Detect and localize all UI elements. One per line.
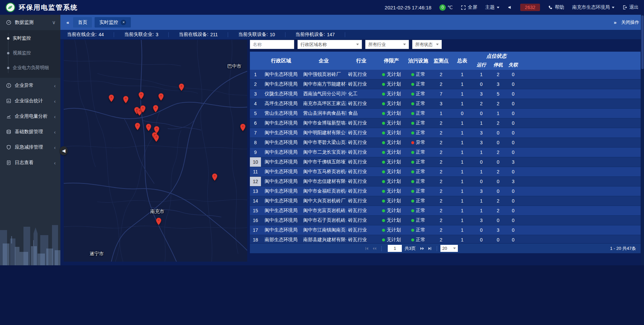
- status-dot-green: [382, 161, 385, 164]
- map-pin-icon[interactable]: [212, 173, 218, 181]
- table-row[interactable]: 13阆中生态环境局阆中市金福旺页岩机砖砖瓦行业无计划正常21300: [250, 186, 641, 196]
- table-row[interactable]: 3仪陇生态环境局西南油气田分公司川中化工无计划正常71350: [250, 89, 641, 99]
- table-row[interactable]: 6阆中生态环境局阆中市金博瑞新型墙材砖瓦行业无计划正常21120: [250, 118, 641, 128]
- map-pin-icon[interactable]: [135, 122, 140, 130]
- map-pin-icon[interactable]: [154, 134, 159, 142]
- table-row[interactable]: 12阆中生态环境局阆中市忠信建材有限公砖瓦行业无计划正常21003: [250, 177, 641, 186]
- sidebar: 数据监测∨实时监控视频监控企业电力负荷明细企业异常‹企业综合统计‹企业用电量分析…: [0, 15, 60, 265]
- row-index: 1: [250, 70, 261, 79]
- table-row[interactable]: 11阆中生态环境局阆中市五马桥页岩机砖砖瓦行业无计划正常21120: [250, 167, 641, 177]
- table-row[interactable]: 8阆中生态环境局阆中市枣碧大梁山页岩砖瓦行业无计划异常21300: [250, 138, 641, 148]
- close-operations-button[interactable]: 关闭操作: [621, 19, 639, 25]
- tab[interactable]: 首页: [73, 17, 92, 28]
- map-pin-icon[interactable]: [146, 123, 152, 131]
- close-icon[interactable]: ×: [121, 20, 126, 25]
- sidebar-group[interactable]: 日志查看‹: [0, 155, 60, 170]
- scrollbar-thumb[interactable]: [641, 15, 644, 69]
- page-size-select[interactable]: 20: [440, 245, 458, 252]
- cell-limit-status: 无计划: [376, 138, 407, 147]
- sidebar-item[interactable]: 实时监控: [0, 31, 60, 46]
- fullscreen-button[interactable]: 全屏: [461, 4, 477, 10]
- table-row[interactable]: 1阆中生态环境局阆中强锐页岩砖厂砖瓦行业无计划正常21120: [250, 70, 641, 79]
- region-select[interactable]: 行政区域名称: [298, 40, 362, 49]
- cell-running: 1: [472, 70, 490, 79]
- cell-industry: 砖瓦行业: [346, 118, 376, 128]
- cell-total-meters: 1: [452, 89, 472, 99]
- status-dot-green: [411, 161, 414, 164]
- sidebar-collapse-button[interactable]: ◀: [60, 146, 68, 155]
- cell-offline: 0: [506, 128, 521, 138]
- table-row[interactable]: 10阆中生态环境局阆中市千佛镇五郎垭页岩砖瓦行业无计划正常21003: [250, 157, 641, 167]
- industry-select[interactable]: 所有行业: [365, 40, 409, 49]
- tabs-scroll-right-button[interactable]: »: [612, 19, 618, 25]
- cell-offline: 0: [506, 99, 521, 108]
- cell-company: 阆中市金博瑞新型墙材: [301, 118, 346, 128]
- cell-total-meters: 1: [452, 196, 472, 206]
- last-page-button[interactable]: [426, 245, 433, 252]
- logout-button[interactable]: 退出: [623, 4, 639, 10]
- map-canvas[interactable]: 巴中市南充市遂宁市: [64, 40, 247, 262]
- table-row[interactable]: 7阆中生态环境局阆中明阳建材有限公司砖瓦行业无计划正常21300: [250, 128, 641, 138]
- table-row[interactable]: 18南部生态环境局南部县建兴建材有限公砖瓦行业无计划正常21000: [250, 235, 641, 243]
- sidebar-item[interactable]: 企业电力负荷明细: [0, 60, 60, 75]
- alarm-count-badge[interactable]: 2632: [520, 4, 540, 11]
- sidebar-group[interactable]: 基础数据管理‹: [0, 124, 60, 140]
- vertical-scrollbar[interactable]: [641, 15, 644, 265]
- sidebar-group[interactable]: 企业异常‹: [0, 78, 60, 93]
- status-dot-green: [411, 219, 414, 222]
- name-search-input[interactable]: [250, 40, 294, 49]
- row-index: 13: [250, 186, 261, 196]
- chevron-left-icon: ‹: [54, 98, 56, 104]
- cell-monitor-points: 2: [430, 206, 452, 215]
- first-page-button[interactable]: [363, 245, 371, 252]
- table-row[interactable]: 5营山生态环境局营山县润丰肉食品有限食品无计划正常10010: [250, 109, 641, 118]
- next-page-button[interactable]: [419, 245, 426, 252]
- cell-offline: 3: [506, 157, 521, 167]
- map-pin-icon[interactable]: [138, 92, 144, 100]
- cell-industry: 砖瓦行业: [346, 206, 376, 215]
- map-pin-icon[interactable]: [108, 94, 114, 102]
- app-window: 环保用电监管系统 2021-02-25 17:46:18 0 ℃ 全屏 主题 2…: [0, 0, 644, 265]
- help-button[interactable]: 帮助: [548, 4, 564, 10]
- theme-dropdown[interactable]: 主题: [485, 4, 499, 10]
- page-number-input[interactable]: [388, 245, 402, 252]
- map-pin-icon[interactable]: [140, 105, 146, 113]
- cell-facility-status: 正常: [407, 89, 430, 99]
- cell-region: 阆中生态环境局: [261, 138, 301, 147]
- table-row[interactable]: 17阆中生态环境局阆中市江南镇阆南页岩砖瓦行业无计划正常21030: [250, 225, 641, 235]
- speaker-icon[interactable]: [507, 5, 512, 10]
- map-pin-icon[interactable]: [153, 105, 159, 113]
- cell-region: 南部生态环境局: [261, 235, 301, 243]
- cell-monitor-points: 2: [430, 216, 452, 225]
- cell-stopped: 3: [490, 225, 506, 235]
- prev-page-button[interactable]: [371, 245, 378, 252]
- tab[interactable]: 实时监控×: [95, 17, 131, 28]
- sidebar-item[interactable]: 视频监控: [0, 46, 60, 60]
- map-pin-icon[interactable]: [179, 83, 184, 91]
- cell-facility-status: 正常: [407, 128, 430, 138]
- cell-industry: 砖瓦行业: [346, 235, 376, 243]
- cell-total-meters: 1: [452, 118, 472, 128]
- table-row[interactable]: 4高坪生态环境局南充市高坪区王家店建砖瓦行业无计划正常31220: [250, 99, 641, 109]
- table-row[interactable]: 14阆中生态环境局阆中大兴页岩机砖厂砖瓦行业无计划正常21120: [250, 196, 641, 206]
- table-row[interactable]: 9阆中生态环境局阆中市二龙长宝页岩砖砖瓦行业无计划正常21120: [250, 148, 641, 157]
- record-range-label: 1 - 20 共47条: [610, 246, 636, 252]
- map-pin-icon[interactable]: [123, 96, 128, 104]
- sidebar-group[interactable]: 企业综合统计‹: [0, 93, 60, 109]
- table-row[interactable]: 16阆中生态环境局阆中市石子页岩机砖厂砖瓦行业无计划正常21300: [250, 216, 641, 225]
- sidebar-group[interactable]: 数据监测∨: [0, 15, 60, 30]
- table-row[interactable]: 2阆中生态环境局阆中市南方节能建材有砖瓦行业无计划正常21030: [250, 79, 641, 89]
- table-row[interactable]: 15阆中生态环境局阆中市光富页岩机砖厂砖瓦行业无计划正常21120: [250, 206, 641, 216]
- sidebar-group[interactable]: 应急减排管理‹: [0, 140, 60, 155]
- map-pin-icon[interactable]: [240, 123, 246, 131]
- tabs-scroll-left-button[interactable]: «: [65, 19, 70, 25]
- map-pin-icon[interactable]: [156, 217, 161, 225]
- cell-industry: 砖瓦行业: [346, 216, 376, 225]
- cell-limit-status: 无计划: [376, 196, 407, 206]
- org-dropdown[interactable]: 南充市生态环境局: [572, 4, 614, 10]
- map-pin-icon[interactable]: [158, 93, 164, 101]
- status-select[interactable]: 所有状态: [412, 40, 442, 49]
- status-dot-green: [382, 102, 385, 105]
- status-dot-green: [382, 238, 385, 241]
- sidebar-group[interactable]: 企业用电量分析‹: [0, 109, 60, 124]
